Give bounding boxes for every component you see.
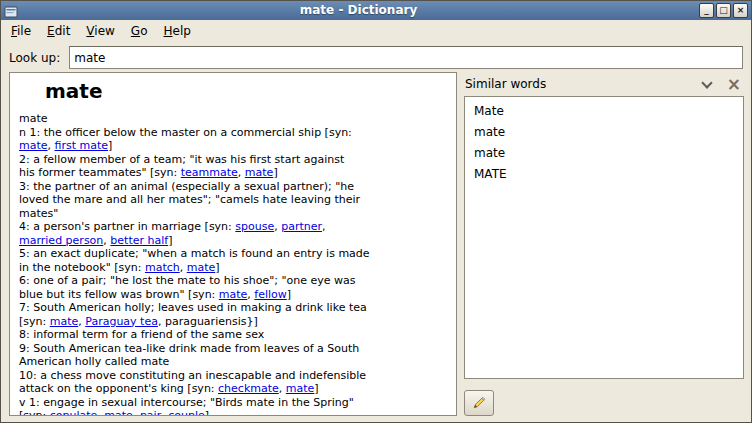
definition-line: 2: a fellow member of a team; "it was hi… bbox=[19, 153, 447, 167]
definition-text: , bbox=[48, 139, 55, 152]
definition-text: attack on the opponent's king [syn: bbox=[19, 382, 218, 395]
window-title: mate - Dictionary bbox=[21, 1, 696, 20]
dictionary-link[interactable]: teammate bbox=[181, 166, 238, 179]
similar-word-item[interactable]: Mate bbox=[467, 100, 741, 121]
dictionary-link[interactable]: copulate bbox=[50, 409, 98, 416]
dictionary-link[interactable]: mate bbox=[104, 409, 133, 416]
lookup-row: Look up: bbox=[1, 42, 751, 74]
sidebar-close-icon[interactable]: × bbox=[725, 76, 743, 93]
similar-word-item[interactable]: mate bbox=[467, 121, 741, 142]
definition-line: n 1: the officer below the master on a c… bbox=[19, 126, 447, 140]
definition-line: [syn: mate, Paraguay tea, paraguariensis… bbox=[19, 315, 447, 329]
definition-text: v 1: engage in sexual intercourse; "Bird… bbox=[19, 396, 354, 409]
definition-text: 7: South American holly; leaves used in … bbox=[19, 301, 367, 314]
dictionary-link[interactable]: pair bbox=[140, 409, 161, 416]
definition-pane[interactable]: mate maten 1: the officer below the mast… bbox=[9, 72, 457, 416]
dictionary-link[interactable]: fellow bbox=[254, 288, 286, 301]
main-area: mate maten 1: the officer below the mast… bbox=[9, 72, 744, 416]
dictionary-link[interactable]: better half bbox=[110, 234, 168, 247]
definition-line: mates" bbox=[19, 207, 447, 221]
definition-line: 3: the partner of an animal (especially … bbox=[19, 180, 447, 194]
definition-line: blue but its fellow was brown" [syn: mat… bbox=[19, 288, 447, 302]
dictionary-link[interactable]: mate bbox=[187, 261, 216, 274]
definition-line: 8: informal term for a friend of the sam… bbox=[19, 328, 447, 342]
definition-text: his former teammates" [syn: bbox=[19, 166, 181, 179]
definition-line: 9: South American tea-like drink made fr… bbox=[19, 342, 447, 356]
definition-line: 7: South American holly; leaves used in … bbox=[19, 301, 447, 315]
menu-go[interactable]: Go bbox=[123, 20, 156, 42]
lookup-label: Look up: bbox=[9, 51, 60, 65]
definition-text: loved the mare and all her mates"; "came… bbox=[19, 193, 360, 206]
definition-line: mate bbox=[19, 112, 447, 126]
definition-text: , paraguariensis}] bbox=[158, 315, 258, 328]
definition-text: ] bbox=[287, 288, 291, 301]
definition-text: 10: a chess move constituting an inescap… bbox=[19, 369, 366, 382]
headword: mate bbox=[45, 79, 447, 103]
maximize-button[interactable]: □ bbox=[716, 3, 731, 18]
dictionary-link[interactable]: mate bbox=[219, 288, 248, 301]
definition-text: ] bbox=[108, 139, 112, 152]
definition-text: [syn: bbox=[19, 315, 50, 328]
definition-text: 2: a fellow member of a team; "it was hi… bbox=[19, 153, 344, 166]
definition-text: ] bbox=[215, 261, 219, 274]
definition-text: 6: one of a pair; "he lost the mate to h… bbox=[19, 274, 356, 287]
definition-line: 5: an exact duplicate; "when a match is … bbox=[19, 247, 447, 261]
definition-line: his former teammates" [syn: teammate, ma… bbox=[19, 166, 447, 180]
definition-text: , bbox=[133, 409, 140, 416]
definition-body: maten 1: the officer below the master on… bbox=[19, 112, 447, 416]
similar-words-header: Similar words × bbox=[464, 72, 744, 96]
similar-word-item[interactable]: mate bbox=[467, 142, 741, 163]
definition-text: , bbox=[180, 261, 187, 274]
definition-text: ] bbox=[314, 382, 318, 395]
menu-view[interactable]: View bbox=[78, 20, 122, 42]
definition-line: mate, first mate] bbox=[19, 139, 447, 153]
definition-text: n 1: the officer below the master on a c… bbox=[19, 126, 352, 139]
definition-text: , bbox=[238, 166, 245, 179]
menu-file[interactable]: File bbox=[3, 20, 39, 42]
clear-button[interactable] bbox=[464, 390, 494, 416]
dictionary-link[interactable]: partner bbox=[281, 220, 322, 233]
menu-edit[interactable]: Edit bbox=[39, 20, 78, 42]
definition-text: , bbox=[322, 220, 326, 233]
lookup-input[interactable] bbox=[69, 46, 743, 69]
dictionary-window: mate - Dictionary _ □ × FileEditViewGoHe… bbox=[0, 0, 752, 423]
minimize-button[interactable]: _ bbox=[699, 3, 714, 18]
dictionary-link[interactable]: Paraguay tea bbox=[85, 315, 158, 328]
definition-line: 10: a chess move constituting an inescap… bbox=[19, 369, 447, 383]
dictionary-link[interactable]: mate bbox=[245, 166, 274, 179]
definition-text: [syn: bbox=[19, 409, 50, 416]
dictionary-link[interactable]: mate bbox=[50, 315, 79, 328]
definition-text: ] bbox=[168, 234, 172, 247]
titlebar[interactable]: mate - Dictionary _ □ × bbox=[1, 1, 751, 20]
similar-word-item[interactable]: MATE bbox=[467, 163, 741, 184]
dictionary-link[interactable]: first mate bbox=[55, 139, 109, 152]
dictionary-link[interactable]: couple bbox=[168, 409, 205, 416]
sidebar-title: Similar words bbox=[465, 77, 699, 91]
dictionary-link[interactable]: match bbox=[145, 261, 180, 274]
pencil-icon bbox=[471, 395, 487, 411]
dictionary-link[interactable]: spouse bbox=[235, 220, 274, 233]
menubar: FileEditViewGoHelp bbox=[1, 20, 751, 42]
dictionary-link[interactable]: mate bbox=[19, 139, 48, 152]
definition-line: 4: a person's partner in marriage [syn: … bbox=[19, 220, 447, 234]
similar-words-list: MatematemateMATE bbox=[464, 96, 744, 379]
dictionary-link[interactable]: mate bbox=[286, 382, 315, 395]
chevron-down-icon[interactable] bbox=[701, 77, 712, 88]
definition-text: mates" bbox=[19, 207, 58, 220]
close-button[interactable]: × bbox=[733, 3, 748, 18]
definition-text: 3: the partner of an animal (especially … bbox=[19, 180, 354, 193]
definition-line: married person, better half] bbox=[19, 234, 447, 248]
menu-help[interactable]: Help bbox=[155, 20, 198, 42]
definition-text: ] bbox=[205, 409, 209, 416]
definition-text: 9: South American tea-like drink made fr… bbox=[19, 342, 359, 355]
definition-text: blue but its fellow was brown" [syn: bbox=[19, 288, 219, 301]
window-controls: _ □ × bbox=[699, 3, 748, 18]
definition-text: in the notebook" [syn: bbox=[19, 261, 145, 274]
dictionary-link[interactable]: married person bbox=[19, 234, 103, 247]
similar-words-panel: Similar words × MatematemateMATE bbox=[464, 72, 744, 416]
definition-line: loved the mare and all her mates"; "came… bbox=[19, 193, 447, 207]
definition-line: attack on the opponent's king [syn: chec… bbox=[19, 382, 447, 396]
dictionary-link[interactable]: checkmate bbox=[218, 382, 279, 395]
definition-text: American holly called mate bbox=[19, 355, 169, 368]
definition-text: 4: a person's partner in marriage [syn: bbox=[19, 220, 235, 233]
